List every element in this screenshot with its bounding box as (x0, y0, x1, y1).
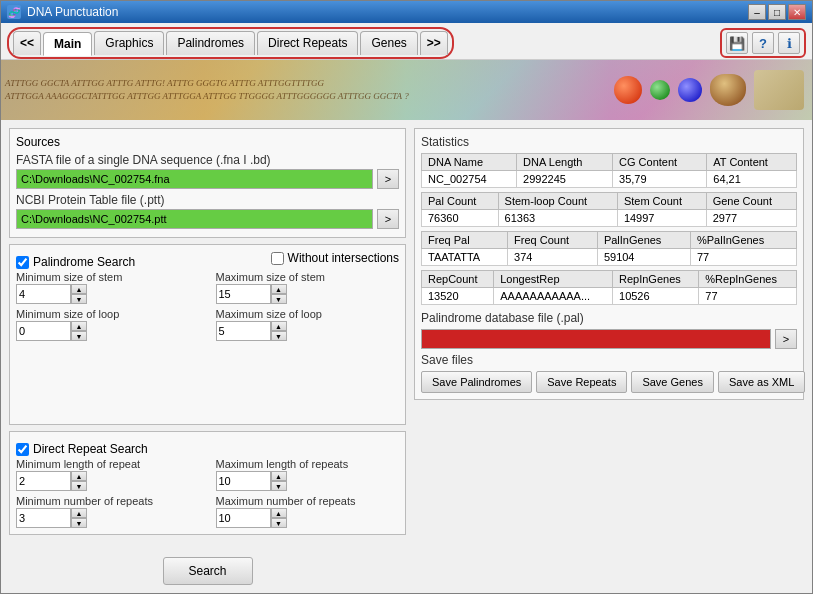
max-stem-param: Maximum size of stem ▲ ▼ (216, 271, 400, 304)
max-loop-down[interactable]: ▼ (271, 331, 287, 341)
save-xml-button[interactable]: Save as XML (718, 371, 805, 393)
max-loop-input[interactable] (216, 321, 271, 341)
info-icon-button[interactable]: ℹ (778, 32, 800, 54)
save-palindromes-button[interactable]: Save Palindromes (421, 371, 532, 393)
min-stem-down[interactable]: ▼ (71, 294, 87, 304)
col-gene-count: Gene Count (706, 193, 796, 210)
fasta-input[interactable] (16, 169, 373, 189)
nav-bar: << Main Graphics Palindromes Direct Repe… (1, 23, 812, 60)
palindrome-checkbox-label: Palindrome Search (33, 255, 135, 269)
minimize-button[interactable]: – (748, 4, 766, 20)
toolbar-right: 💾 ? ℹ (720, 28, 806, 58)
max-length-up[interactable]: ▲ (271, 471, 287, 481)
min-length-param: Minimum length of repeat ▲ ▼ (16, 458, 200, 491)
tab-graphics[interactable]: Graphics (94, 31, 164, 55)
min-stem-input[interactable] (16, 284, 71, 304)
col-repIngenes: RepInGenes (613, 271, 699, 288)
min-number-input[interactable] (16, 508, 71, 528)
col-freq-pal: Freq Pal (422, 232, 508, 249)
max-length-down[interactable]: ▼ (271, 481, 287, 491)
val-longest-rep: AAAAAAAAAAA... (494, 288, 613, 305)
val-rep-count: 13520 (422, 288, 494, 305)
direct-repeat-label: Direct Repeat Search (33, 442, 148, 456)
min-number-down[interactable]: ▼ (71, 518, 87, 528)
save-buttons-row: Save Palindromes Save Repeats Save Genes… (421, 371, 797, 393)
direct-repeat-checkbox-row: Direct Repeat Search (16, 442, 399, 456)
scroll-decoration (754, 70, 804, 110)
val-palIngenes: 59104 (597, 249, 690, 266)
min-number-up[interactable]: ▲ (71, 508, 87, 518)
statistics-section: Statistics DNA Name DNA Length CG Conten… (414, 128, 804, 400)
dna-text-decoration: ATTTGG GGCTA ATTTGG ATTTG ATTTG! ATTTG G… (1, 73, 614, 106)
val-pct-repIngenes: 77 (699, 288, 797, 305)
col-stemloop-count: Stem-loop Count (498, 193, 617, 210)
min-length-input[interactable] (16, 471, 71, 491)
save-genes-button[interactable]: Save Genes (631, 371, 714, 393)
min-length-down[interactable]: ▼ (71, 481, 87, 491)
pal-db-row: > (421, 329, 797, 349)
min-stem-spinners: ▲ ▼ (71, 284, 87, 304)
min-number-label: Minimum number of repeats (16, 495, 200, 507)
main-window: 🧬 DNA Punctuation – □ ✕ << Main Graphics… (0, 0, 813, 594)
save-files-section: Save files Save Palindromes Save Repeats… (421, 353, 797, 393)
ncbi-input[interactable] (16, 209, 373, 229)
col-at-content: AT Content (707, 154, 797, 171)
direct-repeat-checkbox[interactable] (16, 443, 29, 456)
maximize-button[interactable]: □ (768, 4, 786, 20)
max-length-param: Maximum length of repeats ▲ ▼ (216, 458, 400, 491)
fasta-browse-button[interactable]: > (377, 169, 399, 189)
max-loop-up[interactable]: ▲ (271, 321, 287, 331)
max-number-down[interactable]: ▼ (271, 518, 287, 528)
pal-db-browse-button[interactable]: > (775, 329, 797, 349)
col-palIngenes: PalInGenes (597, 232, 690, 249)
max-stem-up[interactable]: ▲ (271, 284, 287, 294)
min-length-up[interactable]: ▲ (71, 471, 87, 481)
max-number-up[interactable]: ▲ (271, 508, 287, 518)
min-stem-up[interactable]: ▲ (71, 284, 87, 294)
sphere-red (614, 76, 642, 104)
stats-table-1: DNA Name DNA Length CG Content AT Conten… (421, 153, 797, 188)
col-rep-count: RepCount (422, 271, 494, 288)
min-number-spinners: ▲ ▼ (71, 508, 87, 528)
without-intersections-checkbox[interactable] (271, 252, 284, 265)
max-number-spinners: ▲ ▼ (271, 508, 287, 528)
tab-genes[interactable]: Genes (360, 31, 417, 55)
banner-decorations (614, 70, 812, 110)
teapot-decoration (710, 74, 746, 106)
min-number-input-group: ▲ ▼ (16, 508, 96, 528)
tab-back[interactable]: << (13, 31, 41, 55)
header-banner: ATTTGG GGCTA ATTTGG ATTTG ATTTG! ATTTG G… (1, 60, 812, 120)
direct-repeat-section: Direct Repeat Search Minimum length of r… (9, 431, 406, 535)
stats-table-2: Pal Count Stem-loop Count Stem Count Gen… (421, 192, 797, 227)
pal-db-input[interactable] (421, 329, 771, 349)
min-loop-down[interactable]: ▼ (71, 331, 87, 341)
save-icon-button[interactable]: 💾 (726, 32, 748, 54)
tab-direct-repeats[interactable]: Direct Repeats (257, 31, 358, 55)
sphere-green (650, 80, 670, 100)
tab-forward[interactable]: >> (420, 31, 448, 55)
val-cg-content: 35,79 (613, 171, 707, 188)
pal-db-label: Palindrome database file (.pal) (421, 311, 797, 325)
without-intersections-row: Without intersections (271, 251, 399, 265)
min-stem-label: Minimum size of stem (16, 271, 200, 283)
min-number-param: Minimum number of repeats ▲ ▼ (16, 495, 200, 528)
close-button[interactable]: ✕ (788, 4, 806, 20)
min-loop-up[interactable]: ▲ (71, 321, 87, 331)
tab-palindromes[interactable]: Palindromes (166, 31, 255, 55)
max-number-input[interactable] (216, 508, 271, 528)
max-stem-down[interactable]: ▼ (271, 294, 287, 304)
min-loop-input[interactable] (16, 321, 71, 341)
search-button[interactable]: Search (163, 557, 253, 585)
min-stem-param: Minimum size of stem ▲ ▼ (16, 271, 200, 304)
max-stem-input[interactable] (216, 284, 271, 304)
sources-title: Sources (16, 135, 399, 149)
save-repeats-button[interactable]: Save Repeats (536, 371, 627, 393)
tab-main[interactable]: Main (43, 32, 92, 56)
help-icon-button[interactable]: ? (752, 32, 774, 54)
ncbi-browse-button[interactable]: > (377, 209, 399, 229)
app-icon: 🧬 (7, 5, 21, 19)
title-bar: 🧬 DNA Punctuation – □ ✕ (1, 1, 812, 23)
max-length-input[interactable] (216, 471, 271, 491)
palindrome-checkbox[interactable] (16, 256, 29, 269)
palindrome-checkbox-row: Palindrome Search (16, 255, 135, 269)
